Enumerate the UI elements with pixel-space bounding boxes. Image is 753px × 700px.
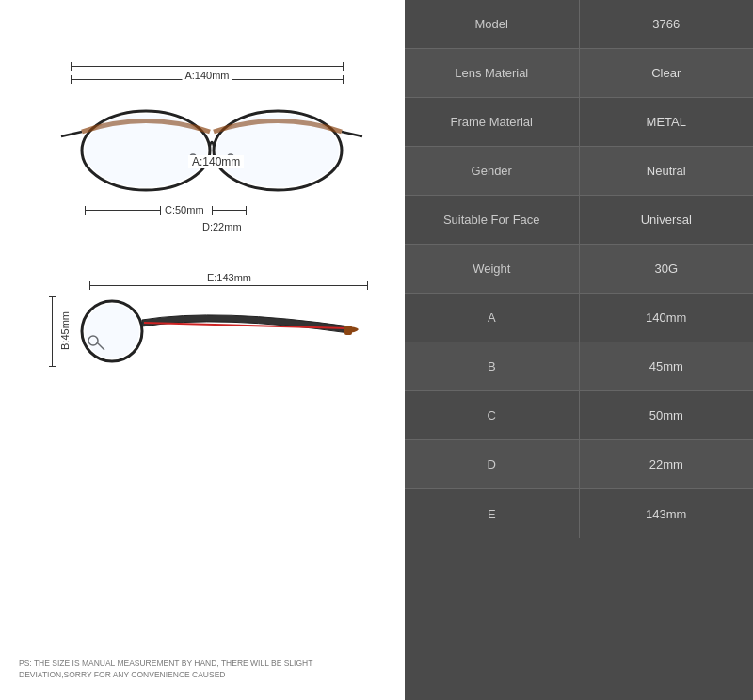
spec-row: Lens MaterialClear <box>405 49 753 98</box>
side-view-diagram: E:143mm B:45mm <box>38 281 386 369</box>
spec-row: Model3766 <box>405 0 753 49</box>
spec-value: 45mm <box>580 342 754 390</box>
spec-label: E <box>405 489 580 538</box>
svg-point-12 <box>85 304 139 358</box>
spec-row: A140mm <box>405 294 753 342</box>
b-dimension-label: B:45mm <box>59 303 71 359</box>
spec-label: C <box>405 391 580 439</box>
diagram-section: A:140mm A:140mm <box>0 0 405 700</box>
footnote-text: PS: THE SIZE IS MANUAL MEASUREMENT BY HA… <box>19 658 339 682</box>
spec-row: B45mm <box>405 342 753 391</box>
spec-row: D22mm <box>405 440 753 489</box>
spec-label: Suitable For Face <box>405 196 580 244</box>
spec-label: Gender <box>405 147 580 195</box>
spec-row: C50mm <box>405 391 753 440</box>
spec-value: 22mm <box>580 440 754 488</box>
spec-row: GenderNeutral <box>405 147 753 196</box>
spec-label: Model <box>405 0 580 48</box>
spec-label: A <box>405 294 580 342</box>
spec-label: Weight <box>405 245 580 293</box>
svg-line-3 <box>342 132 362 136</box>
d-dimension-label: D:22mm <box>202 221 242 232</box>
glasses-side-svg <box>76 294 368 369</box>
spec-row: Frame MaterialMETAL <box>405 98 753 147</box>
front-view-diagram: A:140mm A:140mm <box>38 66 386 234</box>
spec-value: 3766 <box>580 0 754 48</box>
spec-label: Lens Material <box>405 49 580 97</box>
spec-row: E143mm <box>405 489 753 538</box>
glasses-front-view <box>38 89 386 202</box>
spec-value: Clear <box>580 49 754 97</box>
a-dimension-label: A:140mm <box>182 70 232 81</box>
svg-point-6 <box>85 114 207 187</box>
c-dimension-label: C:50mm <box>165 204 204 215</box>
specs-table: Model3766Lens MaterialClearFrame Materia… <box>405 0 753 700</box>
spec-label: B <box>405 342 580 390</box>
spec-value: Neutral <box>580 147 754 195</box>
spec-label: Frame Material <box>405 98 580 146</box>
spec-value: 140mm <box>580 294 754 342</box>
spec-row: Suitable For FaceUniversal <box>405 196 753 245</box>
spec-value: METAL <box>580 98 754 146</box>
spec-value: 143mm <box>580 489 754 538</box>
spec-label: D <box>405 440 580 488</box>
svg-point-7 <box>216 114 339 187</box>
svg-rect-13 <box>344 326 352 335</box>
spec-value: 50mm <box>580 391 754 439</box>
e-dimension-label: E:143mm <box>204 272 254 283</box>
spec-row: Weight30G <box>405 245 753 294</box>
spec-value: 30G <box>580 245 754 293</box>
svg-line-2 <box>61 132 82 136</box>
spec-value: Universal <box>580 196 754 244</box>
dim-a-label: A:140mm <box>188 155 244 168</box>
